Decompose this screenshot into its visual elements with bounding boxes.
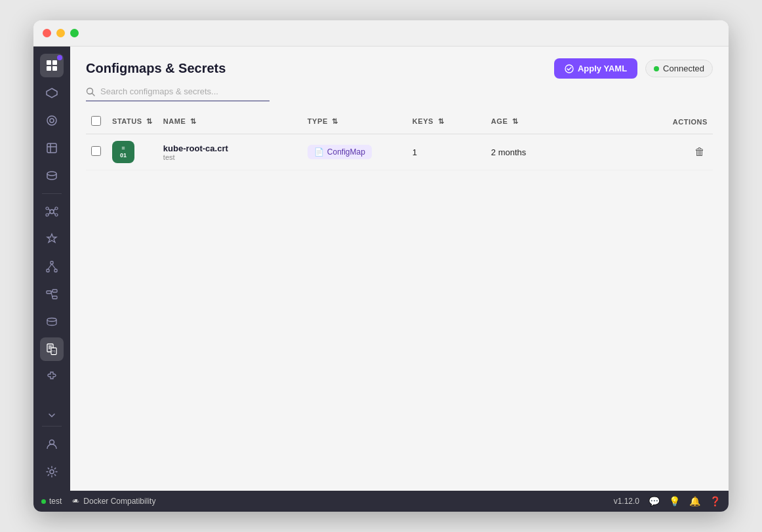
top-bar: Configmaps & Secrets Apply YAML Connecte… — [70, 47, 729, 86]
sidebar-divider-1 — [42, 193, 62, 194]
sidebar-item-settings[interactable] — [40, 460, 64, 484]
row-name-cell: kube-root-ca.crt test — [158, 134, 302, 170]
status-icon: ≡ 01 — [112, 141, 134, 163]
app-body: 01 — [33, 47, 729, 491]
statusbar-chat-button[interactable]: 💬 — [649, 496, 660, 506]
age-header[interactable]: AGE ⇅ — [486, 109, 584, 134]
row-checkbox-cell — [86, 134, 107, 170]
select-all-checkbox[interactable] — [91, 116, 101, 126]
sidebar-item-volumes[interactable] — [40, 310, 64, 333]
actions-header: ACTIONS — [584, 109, 713, 134]
minimize-button[interactable] — [56, 29, 65, 37]
svg-point-5 — [50, 119, 54, 123]
connected-label: Connected — [663, 64, 704, 73]
yaml-icon — [565, 64, 574, 73]
sidebar-item-network[interactable] — [40, 200, 64, 223]
maximize-button[interactable] — [70, 29, 79, 37]
svg-rect-18 — [47, 269, 49, 272]
svg-rect-19 — [54, 269, 57, 272]
svg-rect-2 — [47, 66, 51, 71]
search-input[interactable] — [100, 86, 258, 96]
type-sort: ⇅ — [332, 117, 338, 126]
svg-point-11 — [46, 214, 49, 216]
svg-rect-0 — [47, 60, 51, 65]
page-title: Configmaps & Secrets — [86, 61, 226, 76]
statusbar: test Docker Compatibility v1.12.0 💬 💡 🔔 … — [33, 491, 729, 512]
svg-rect-17 — [50, 261, 53, 264]
svg-point-4 — [47, 116, 56, 125]
svg-line-38 — [92, 93, 95, 96]
status-sort: ⇅ — [146, 117, 153, 126]
svg-rect-22 — [47, 291, 51, 294]
docker-icon — [72, 497, 80, 505]
top-bar-right: Apply YAML Connected — [554, 58, 713, 79]
type-header[interactable]: TYPE ⇅ — [302, 109, 407, 134]
statusbar-lightbulb-button[interactable]: 💡 — [669, 496, 680, 506]
configmap-type-icon: 📄 — [314, 147, 324, 157]
status-header[interactable]: STATUS ⇅ — [107, 109, 158, 134]
sidebar-item-profile[interactable] — [40, 432, 64, 456]
type-badge: 📄 ConfigMap — [308, 145, 372, 159]
keys-sort: ⇅ — [438, 117, 445, 126]
row-name: kube-root-ca.crt — [163, 143, 228, 153]
svg-line-26 — [51, 292, 52, 297]
svg-rect-23 — [52, 290, 57, 292]
svg-rect-6 — [47, 143, 56, 153]
svg-text:01: 01 — [52, 349, 56, 353]
name-sort: ⇅ — [190, 117, 197, 126]
sidebar-item-apps[interactable] — [40, 109, 64, 132]
svg-line-21 — [52, 264, 56, 269]
close-button[interactable] — [43, 29, 51, 37]
sidebar-item-extensions[interactable] — [40, 365, 64, 389]
svg-point-8 — [50, 210, 54, 214]
statusbar-connected-dot — [41, 499, 46, 504]
sidebar-item-storage[interactable] — [40, 164, 64, 187]
row-status-cell: ≡ 01 — [107, 134, 158, 170]
statusbar-help-button[interactable]: ❓ — [710, 496, 721, 506]
sidebar-item-ingress[interactable] — [40, 282, 64, 306]
svg-rect-24 — [52, 296, 57, 299]
connected-status: Connected — [645, 60, 713, 77]
search-container — [70, 86, 729, 109]
statusbar-bell-button[interactable]: 🔔 — [689, 496, 700, 506]
svg-point-10 — [55, 207, 58, 210]
keys-header[interactable]: KEYS ⇅ — [407, 109, 486, 134]
apply-yaml-button[interactable]: Apply YAML — [554, 58, 637, 79]
svg-point-35 — [50, 470, 54, 474]
app-window: 01 — [33, 20, 729, 512]
connected-dot — [654, 66, 659, 71]
age-sort: ⇅ — [512, 117, 519, 126]
select-all-col — [86, 109, 107, 134]
main-content: Configmaps & Secrets Apply YAML Connecte… — [70, 47, 729, 491]
table-row: ≡ 01 kube-root-ca.crt test — [86, 134, 713, 170]
configmaps-table: STATUS ⇅ NAME ⇅ TYPE ⇅ — [86, 109, 713, 170]
svg-point-9 — [46, 207, 49, 210]
svg-rect-3 — [52, 66, 57, 71]
statusbar-left: test Docker Compatibility — [41, 497, 155, 506]
sidebar-item-pods[interactable] — [40, 136, 64, 160]
svg-line-20 — [48, 264, 52, 269]
statusbar-right: v1.12.0 💬 💡 🔔 ❓ — [614, 496, 721, 506]
sidebar-divider-2 — [42, 426, 62, 427]
row-namespace: test — [163, 153, 228, 161]
statusbar-context[interactable]: test — [41, 497, 62, 506]
sidebar: 01 — [33, 47, 70, 491]
svg-point-27 — [47, 318, 56, 322]
dashboard-badge — [57, 55, 62, 60]
statusbar-docker[interactable]: Docker Compatibility — [72, 497, 155, 506]
search-bar — [86, 86, 270, 102]
sidebar-item-configmaps[interactable]: 01 — [40, 337, 64, 361]
table-container: STATUS ⇅ NAME ⇅ TYPE ⇅ — [70, 109, 729, 491]
row-select-checkbox[interactable] — [91, 146, 101, 156]
sidebar-item-workloads[interactable] — [40, 81, 64, 105]
sidebar-item-topology[interactable] — [40, 255, 64, 278]
svg-rect-1 — [52, 60, 57, 65]
titlebar — [33, 20, 729, 47]
row-actions-cell: 🗑 — [584, 134, 713, 170]
sidebar-item-deployments[interactable] — [40, 227, 64, 251]
collapse-sidebar-button[interactable] — [40, 409, 64, 422]
name-header[interactable]: NAME ⇅ — [158, 109, 302, 134]
sidebar-item-dashboard[interactable] — [40, 54, 64, 77]
delete-row-button[interactable]: 🗑 — [692, 143, 708, 161]
row-type-cell: 📄 ConfigMap — [302, 134, 407, 170]
